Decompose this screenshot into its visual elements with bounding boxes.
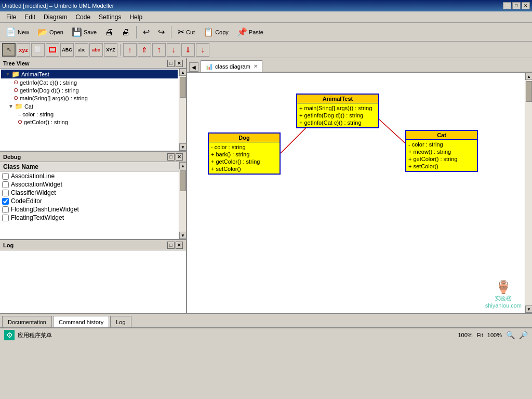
- menubar: File Edit Diagram Code Settings Help: [0, 11, 532, 23]
- debug-scroll-up[interactable]: ▲: [179, 162, 186, 169]
- zoom2-value: 100%: [487, 332, 502, 338]
- menu-help[interactable]: Help: [125, 12, 147, 22]
- tab-log[interactable]: Log: [110, 316, 131, 327]
- undo-button[interactable]: ↩: [139, 25, 153, 39]
- tree-item-animaltest[interactable]: ▼ 📁 AnimalTest: [1, 70, 178, 78]
- zoom-increase-icon[interactable]: 🔎: [519, 331, 528, 339]
- debug-row-3[interactable]: CodeEditor: [0, 197, 179, 205]
- debug-scroll-down[interactable]: ▼: [179, 232, 186, 239]
- log-float-btn[interactable]: □: [167, 242, 175, 249]
- tab-documentation[interactable]: Documentation: [2, 316, 52, 327]
- text-tool[interactable]: xyz: [17, 43, 30, 57]
- debug-scroll-track: [179, 169, 186, 232]
- tab-diagram-label: class diagram: [215, 63, 250, 70]
- class-tool[interactable]: ⬜: [31, 43, 45, 57]
- log-close-btn[interactable]: ✕: [176, 242, 183, 249]
- arrow-down3-tool[interactable]: ↓: [196, 43, 209, 57]
- tree-item-getinfod[interactable]: ⊙ getInfo(Dog d)() : string: [1, 86, 178, 94]
- rect-tool[interactable]: [46, 43, 59, 57]
- print-button[interactable]: 🖨: [101, 25, 117, 39]
- open-button[interactable]: 📂 Open: [34, 25, 67, 39]
- copy-button[interactable]: 📋 Copy: [200, 25, 232, 39]
- menu-settings[interactable]: Settings: [95, 12, 125, 22]
- maximize-button[interactable]: □: [512, 2, 521, 9]
- scroll-thumb[interactable]: [180, 77, 186, 98]
- tool2[interactable]: abc: [75, 43, 88, 57]
- class-icon: ⬜: [34, 46, 42, 53]
- open-label: Open: [49, 29, 63, 35]
- uml-class-dog[interactable]: Dog - color : string + bark() : string +…: [208, 132, 281, 175]
- debug-row-2[interactable]: ClassifierWidget: [0, 189, 179, 197]
- new-icon: 📄: [6, 27, 16, 37]
- tree-item-getcolor[interactable]: ⊙ getColor() : string: [1, 118, 178, 126]
- tree-item-getinfoc[interactable]: ⊙ getInfo(Cat c)() : string: [1, 78, 178, 86]
- xyz-tool[interactable]: XYZ: [104, 43, 117, 57]
- save-icon: 💾: [72, 27, 82, 37]
- paste-icon: 📌: [237, 27, 247, 37]
- debug-row-5[interactable]: FloatingTextWidget: [0, 214, 179, 222]
- scroll-up-btn[interactable]: ▲: [179, 69, 186, 76]
- menu-code[interactable]: Code: [71, 12, 95, 22]
- arrow-down2-tool[interactable]: ⇓: [181, 43, 195, 57]
- canvas-scroll-down[interactable]: ▼: [525, 305, 532, 313]
- tree-view-close-btn[interactable]: ✕: [176, 60, 183, 67]
- tree-item-main[interactable]: ⊙ main(Sring[] args)() : string: [1, 94, 178, 102]
- close-button[interactable]: ✕: [522, 2, 530, 9]
- tree-view-scrollbar[interactable]: ▲ ▼: [179, 69, 186, 151]
- canvas-scrollbar[interactable]: ▲ ▼: [525, 73, 532, 313]
- paste-button[interactable]: 📌 Paste: [233, 25, 267, 39]
- tab-nav-left[interactable]: ◀: [189, 62, 198, 72]
- titlebar-controls: _ □ ✕: [503, 2, 530, 9]
- cut-button[interactable]: ✂ Cut: [174, 25, 198, 39]
- debug-check-3[interactable]: [2, 198, 9, 205]
- debug-row-4[interactable]: FloatingDashLineWidget: [0, 205, 179, 214]
- zoom-decrease-icon[interactable]: 🔍: [506, 331, 515, 339]
- menu-edit[interactable]: Edit: [20, 12, 39, 22]
- diagram-canvas[interactable]: AnimalTest + main(Sring[] args)() : stri…: [187, 73, 532, 313]
- arrow-up3-tool[interactable]: ↑: [152, 43, 166, 57]
- debug-label-1: AssociationWidget: [11, 181, 62, 188]
- save-button[interactable]: 💾 Save: [68, 25, 100, 39]
- debug-check-1[interactable]: [2, 181, 9, 188]
- menu-diagram[interactable]: Diagram: [39, 12, 71, 22]
- scroll-down-btn[interactable]: ▼: [179, 143, 186, 151]
- uml-class-cat[interactable]: Cat - color : string + meow() : string +…: [405, 130, 478, 172]
- select-tool[interactable]: ↖: [2, 43, 16, 57]
- tree-item-cat[interactable]: ▼ 📁 Cat: [1, 102, 178, 111]
- diagram-tab[interactable]: 📊 class diagram ✕: [201, 60, 262, 72]
- tree-item-color[interactable]: – color : string: [1, 111, 178, 118]
- arrow-up-tool[interactable]: ↑: [123, 43, 137, 57]
- tree-toggle-animaltest[interactable]: ▼: [5, 71, 10, 77]
- debug-row-0[interactable]: AssociationLine: [0, 172, 179, 180]
- arrow-up2-tool[interactable]: ⇑: [138, 43, 151, 57]
- redo-button[interactable]: ↪: [154, 25, 168, 39]
- tab-close-btn[interactable]: ✕: [254, 63, 258, 69]
- tool3[interactable]: abc: [89, 43, 103, 57]
- tree-view-float-btn[interactable]: □: [167, 60, 175, 67]
- debug-check-4[interactable]: [2, 206, 9, 213]
- arrow-down-tool[interactable]: ↓: [167, 43, 180, 57]
- debug-check-0[interactable]: [2, 173, 9, 180]
- uml-class-animaltest[interactable]: AnimalTest + main(Sring[] args)() : stri…: [296, 94, 379, 128]
- minimize-button[interactable]: _: [503, 2, 511, 9]
- tool-palette: ↖ xyz ⬜ ABC abc abc XYZ ↑ ⇑ ↑ ↓ ⇓ ↓: [0, 42, 532, 58]
- tree-toggle-cat[interactable]: ▼: [8, 103, 14, 109]
- tree-label-getinfoc: getInfo(Cat c)() : string: [20, 79, 77, 86]
- menu-file[interactable]: File: [2, 12, 20, 22]
- debug-check-5[interactable]: [2, 215, 9, 221]
- debug-check-2[interactable]: [2, 190, 9, 196]
- debug-float-btn[interactable]: □: [167, 153, 175, 161]
- tab-command-history[interactable]: Command history: [53, 316, 109, 327]
- debug-scrollbar[interactable]: ▲ ▼: [179, 162, 186, 239]
- new-button[interactable]: 📄 New: [2, 25, 33, 39]
- debug-close-btn[interactable]: ✕: [176, 153, 183, 161]
- log-panel: Log □ ✕: [0, 240, 186, 313]
- uml-class-animaltest-header: AnimalTest: [297, 95, 378, 103]
- debug-scroll-thumb[interactable]: [180, 170, 186, 191]
- abc-tool[interactable]: ABC: [60, 43, 74, 57]
- open-icon: 📂: [37, 27, 48, 37]
- print-preview-button[interactable]: 🖨: [118, 25, 134, 39]
- debug-row-1[interactable]: AssociationWidget: [0, 180, 179, 189]
- canvas-scroll-up[interactable]: ▲: [525, 73, 532, 80]
- canvas-scroll-thumb[interactable]: [526, 81, 532, 102]
